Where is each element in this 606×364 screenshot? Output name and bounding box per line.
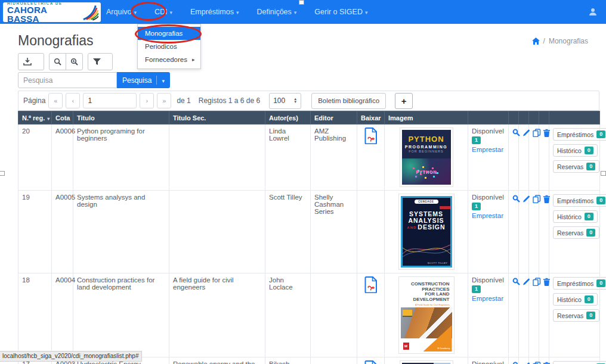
nav-item-emprestimos[interactable]: Empréstimos — [190, 8, 239, 16]
edit-action[interactable] — [519, 273, 529, 357]
copy-action[interactable] — [529, 273, 539, 357]
monografias-table: N.º reg. Cota Titulo Titulo Sec. Autor(e… — [18, 111, 600, 364]
search-button[interactable]: Pesquisa — [117, 72, 170, 88]
cell-autores: Scott Tilley — [265, 191, 311, 273]
trash-icon — [543, 129, 551, 137]
window-resize-handle — [601, 171, 606, 176]
reservas-button[interactable]: Reservas0 — [553, 160, 599, 173]
header-titulo[interactable]: Titulo — [73, 111, 169, 125]
nav-item-definicoes[interactable]: Definições — [256, 8, 296, 16]
header-disponibilidade — [468, 111, 509, 125]
pdf-download-icon[interactable] — [364, 276, 378, 293]
header-imagem[interactable]: Imagem — [385, 111, 468, 125]
page-count-label: de 1 — [177, 97, 190, 105]
browser-status-url: localhost/hcb_siga_v2020/cdi_monografias… — [0, 351, 142, 362]
copy-action[interactable] — [529, 125, 539, 191]
cell-editor — [311, 357, 357, 364]
reservas-button[interactable]: Reservas0 — [553, 309, 599, 322]
cell-contadores: Empréstimos0 Histórico0 Reservas0 — [549, 125, 600, 191]
advanced-search-button[interactable] — [66, 53, 83, 70]
stock-badge: 1 — [472, 285, 481, 293]
emprestimos-button[interactable]: Empréstimos0 — [553, 194, 606, 207]
header-baixar[interactable]: Baixar — [357, 111, 385, 125]
status-label: Disponível — [472, 127, 505, 135]
show-search-button[interactable] — [49, 53, 66, 70]
emprestar-link[interactable]: Emprestar — [472, 212, 505, 219]
add-record-button[interactable]: + — [395, 93, 413, 109]
download-icon — [23, 58, 32, 66]
header-autores[interactable]: Autor(es) — [265, 111, 311, 125]
stock-badge: 1 — [472, 203, 481, 210]
cell-editor: AMZ Publishing — [311, 125, 357, 191]
header-titulo-sec[interactable]: Titulo Sec. — [169, 111, 265, 125]
nav-item-cdi[interactable]: CDI — [154, 8, 172, 16]
copy-action[interactable] — [529, 191, 539, 273]
cell-titulo-sec — [169, 191, 265, 273]
reservas-button[interactable]: Reservas0 — [553, 226, 599, 239]
book-cover-python: PYTHON PROGRAMMING FOR BEGINNERS PYTHON — [402, 130, 451, 185]
historico-button[interactable]: Histórico0 — [553, 144, 598, 157]
emprestimos-button[interactable]: Empréstimos0 — [553, 277, 606, 290]
menu-item-monografias[interactable]: Monografias — [138, 27, 200, 40]
emprestar-link[interactable]: Emprestar — [472, 295, 505, 302]
last-page-button[interactable] — [157, 93, 171, 108]
cell-titulo: Python programing for beginners — [73, 125, 169, 191]
copy-action[interactable] — [529, 357, 539, 364]
view-icon — [512, 362, 520, 364]
copy-icon — [533, 362, 541, 364]
next-page-button[interactable] — [140, 93, 154, 108]
cell-disponibilidade: Disponível 1 Emprestar — [468, 357, 509, 364]
magnifier-icon — [54, 58, 61, 66]
edit-action[interactable] — [519, 191, 529, 273]
page-label: Página — [23, 97, 45, 105]
page-number-input[interactable] — [83, 93, 137, 108]
historico-button[interactable]: Histórico0 — [553, 210, 598, 223]
prev-page-button[interactable] — [66, 93, 80, 108]
logo-text: HIDROELÉCTRICA DE CAHORA BASSA — [7, 1, 79, 23]
search-input[interactable] — [18, 72, 117, 88]
cell-imagem: PYTHON PROGRAMMING FOR BEGINNERS PYTHON — [385, 125, 468, 191]
window-resize-handle — [0, 171, 5, 176]
boletim-button[interactable]: Boletim bibliográfico — [311, 93, 386, 109]
emprestimos-button[interactable]: Empréstimos0 — [553, 361, 606, 364]
header-action-3 — [529, 111, 539, 125]
nav-item-arquivo[interactable]: Arquivo — [106, 8, 137, 16]
export-button[interactable] — [18, 53, 44, 70]
filter-button[interactable] — [88, 53, 113, 70]
first-page-button[interactable] — [48, 93, 63, 108]
book-cover: ENERGY AND THE ENVIRONMENT — [400, 360, 453, 364]
logo[interactable]: HIDROELÉCTRICA DE CAHORA BASSA — [3, 2, 101, 22]
header-editor[interactable]: Editor — [311, 111, 357, 125]
view-action[interactable] — [509, 125, 519, 191]
view-action[interactable] — [509, 357, 519, 364]
nav-menu: Arquivo CDI Empréstimos Definições Gerir… — [106, 8, 367, 16]
nav-item-gerir-siged[interactable]: Gerir o SIGED — [314, 8, 367, 16]
search-options-caret[interactable] — [162, 76, 165, 85]
cell-imagem: ENERGY AND THE ENVIRONMENT — [385, 357, 468, 364]
cell-disponibilidade: Disponível 1 Emprestar — [468, 125, 509, 191]
funnel-icon — [93, 58, 101, 66]
header-reg[interactable]: N.º reg. — [18, 111, 52, 125]
edit-action[interactable] — [519, 357, 529, 364]
header-cota[interactable]: Cota — [52, 111, 73, 125]
historico-button[interactable]: Histórico0 — [553, 293, 598, 306]
view-icon — [512, 129, 520, 136]
window-resize-handle — [299, 0, 304, 5]
cell-reg: 18 — [18, 273, 52, 357]
edit-action[interactable] — [519, 125, 529, 191]
view-action[interactable] — [509, 273, 519, 357]
user-icon[interactable] — [588, 7, 598, 17]
header-action-1 — [509, 111, 519, 125]
pdf-download-icon[interactable] — [364, 360, 378, 364]
emprestar-link[interactable]: Emprestar — [472, 146, 505, 153]
cell-cota: A0004 — [52, 273, 73, 357]
menu-item-fornecedores[interactable]: Fornecedores — [138, 53, 200, 66]
page-size-select[interactable]: 100 — [269, 93, 301, 109]
pdf-download-icon[interactable] — [364, 127, 378, 144]
view-action[interactable] — [509, 191, 519, 273]
home-icon[interactable] — [532, 38, 540, 45]
book-cover: CENGAGE SYSTEMS ANALYSIS ANDDESIGN — [398, 194, 455, 270]
menu-item-periodicos[interactable]: Periodicos — [138, 40, 200, 53]
emprestimos-button[interactable]: Empréstimos0 — [553, 128, 606, 141]
book-cover: PYTHON PROGRAMMING FOR BEGINNERS PYTHON — [400, 127, 453, 187]
